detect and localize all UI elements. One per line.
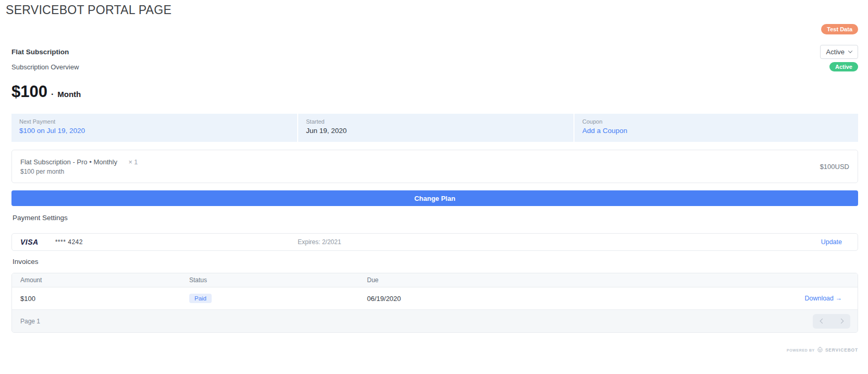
add-coupon-link[interactable]: Add a Coupon <box>582 127 627 135</box>
chevron-right-icon <box>838 319 843 324</box>
status-badge: Paid <box>189 294 212 303</box>
plan-name: Flat Subscription - Pro • Monthly <box>20 158 117 166</box>
plan-details: Flat Subscription - Pro • Monthly × 1 $1… <box>20 158 138 175</box>
next-payment-cell: Next Payment $100 on Jul 19, 2020 <box>11 114 297 142</box>
card-brand-logo: VISA <box>20 238 39 246</box>
invoices-title: Invoices <box>13 258 39 266</box>
previous-page-button[interactable] <box>813 314 832 329</box>
price-interval: Month <box>57 90 81 99</box>
card-expires: Expires: 2/2021 <box>298 238 341 246</box>
brand-name: SERVICEBOT <box>825 347 858 353</box>
powered-by-label: POWERED BY <box>787 348 815 352</box>
coupon-label: Coupon <box>582 118 850 125</box>
status-dropdown[interactable]: Active <box>820 45 858 59</box>
chevron-left-icon <box>820 319 825 324</box>
plan-quantity: × 1 <box>129 159 138 166</box>
card-number: **** 4242 <box>55 238 83 246</box>
invoices-header-row: Amount Status Due <box>12 273 858 287</box>
test-data-badge: Test Data <box>821 24 858 34</box>
column-header-status: Status <box>189 276 367 284</box>
download-invoice-link[interactable]: Download → <box>804 295 842 302</box>
plan-line-item: Flat Subscription - Pro • Monthly × 1 $1… <box>11 150 858 183</box>
page-indicator: Page 1 <box>12 318 40 325</box>
change-plan-button[interactable]: Change Plan <box>11 190 858 206</box>
powered-by-footer: POWERED BY SERVICEBOT <box>787 345 858 355</box>
next-page-button[interactable] <box>832 314 850 329</box>
column-header-due: Due <box>367 276 858 284</box>
overview-label: Subscription Overview <box>11 63 79 71</box>
overview-row: Subscription Overview Active <box>11 61 858 73</box>
subscription-name: Flat Subscription <box>11 48 69 56</box>
table-row: $100 Paid 06/19/2020 Download → <box>12 287 858 310</box>
invoice-amount: $100 <box>12 295 189 303</box>
next-payment-label: Next Payment <box>19 118 289 125</box>
column-header-amount: Amount <box>12 276 189 284</box>
plan-total: $100USD <box>820 163 849 171</box>
active-status-badge: Active <box>829 62 858 71</box>
pagination-control <box>813 314 850 329</box>
invoices-table: Amount Status Due $100 Paid 06/19/2020 D… <box>11 273 858 333</box>
started-cell: Started Jun 19, 2020 <box>298 114 573 142</box>
payment-card-row: VISA **** 4242 Expires: 2/2021 Update <box>11 233 858 251</box>
status-dropdown-value: Active <box>826 48 845 56</box>
started-value: Jun 19, 2020 <box>306 127 566 135</box>
plan-price-line: $100 per month <box>20 168 138 175</box>
invoices-footer-row: Page 1 <box>12 310 858 332</box>
subscription-summary-bar: Next Payment $100 on Jul 19, 2020 Starte… <box>11 114 858 142</box>
price-display: $100 · Month <box>11 82 81 101</box>
arrow-right-icon: → <box>836 295 842 302</box>
next-payment-value: $100 on Jul 19, 2020 <box>19 127 289 135</box>
coupon-cell: Coupon Add a Coupon <box>574 114 858 142</box>
subscription-header-row: Flat Subscription Active <box>11 44 858 59</box>
price-amount: $100 <box>11 82 47 101</box>
chevron-down-icon <box>848 49 852 53</box>
servicebot-portal-page: SERVICEBOT PORTAL PAGE Test Data Flat Su… <box>0 0 868 374</box>
invoice-due: 06/19/2020 <box>367 295 804 303</box>
servicebot-robot-icon <box>817 345 823 355</box>
payment-settings-title: Payment Settings <box>13 214 68 222</box>
started-label: Started <box>306 118 566 125</box>
update-card-link[interactable]: Update <box>821 238 842 246</box>
price-separator: · <box>51 90 54 99</box>
page-title: SERVICEBOT PORTAL PAGE <box>6 3 172 17</box>
